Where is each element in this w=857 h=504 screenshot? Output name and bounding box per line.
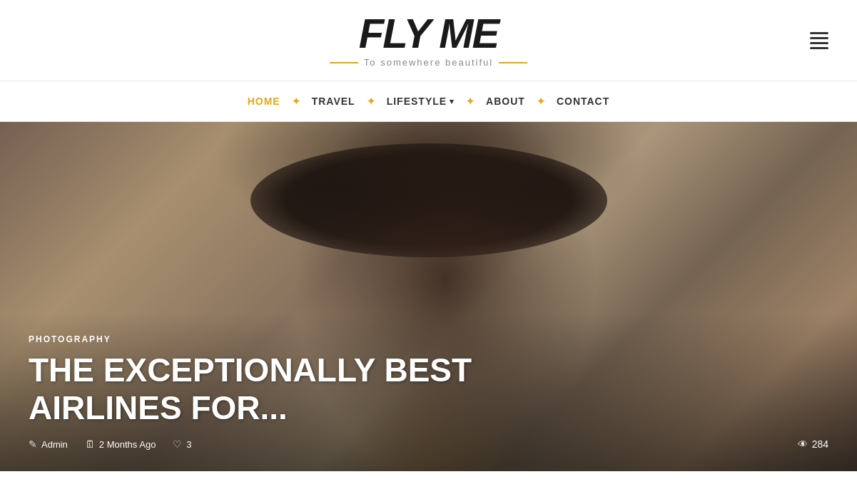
nav-sep-4: ✦ <box>537 96 545 107</box>
hero-likes[interactable]: ♡ 3 <box>173 438 191 450</box>
views-icon: 👁 <box>798 438 808 450</box>
lifestyle-dropdown-arrow: ▾ <box>450 97 455 106</box>
nav-item-about[interactable]: ABOUT <box>475 93 537 110</box>
author-icon: ✎ <box>29 438 37 450</box>
hero-content: PHOTOGRAPHY THE EXCEPTIONALLY BEST AIRLI… <box>0 313 857 471</box>
hero-meta: ✎ Admin 🗓 2 Months Ago ♡ 3 <box>29 438 828 450</box>
hero-title[interactable]: THE EXCEPTIONALLY BEST AIRLINES FOR... <box>29 351 528 427</box>
hero-views: 👁 284 <box>798 438 828 450</box>
hero-section: PHOTOGRAPHY THE EXCEPTIONALLY BEST AIRLI… <box>0 122 857 471</box>
nav-item-travel[interactable]: TRAVEL <box>300 93 367 110</box>
likes-icon: ♡ <box>173 438 182 450</box>
hero-category: PHOTOGRAPHY <box>29 334 828 344</box>
nav-item-home[interactable]: HOME <box>236 93 292 110</box>
logo-title: FLY ME <box>330 13 527 54</box>
hero-author: ✎ Admin <box>29 438 68 450</box>
main-nav: HOME ✦ TRAVEL ✦ LIFESTYLE ▾ ✦ ABOUT ✦ CO… <box>0 81 857 122</box>
author-name: Admin <box>41 439 68 450</box>
nav-item-contact[interactable]: CONTACT <box>545 93 621 110</box>
likes-count: 3 <box>186 439 191 450</box>
hero-date: 🗓 2 Months Ago <box>85 438 156 450</box>
menu-icon[interactable] <box>810 32 828 49</box>
nav-sep-1: ✦ <box>292 96 300 107</box>
nav-sep-2: ✦ <box>367 96 375 107</box>
logo-subtitle: To somewhere beautiful <box>330 57 527 68</box>
site-logo: FLY ME To somewhere beautiful <box>330 13 527 68</box>
date-icon: 🗓 <box>85 438 95 450</box>
nav-item-lifestyle[interactable]: LIFESTYLE ▾ <box>375 93 466 110</box>
date-value: 2 Months Ago <box>99 439 156 450</box>
views-count: 284 <box>812 438 828 450</box>
nav-sep-3: ✦ <box>466 96 475 107</box>
site-header: FLY ME To somewhere beautiful <box>0 0 857 81</box>
